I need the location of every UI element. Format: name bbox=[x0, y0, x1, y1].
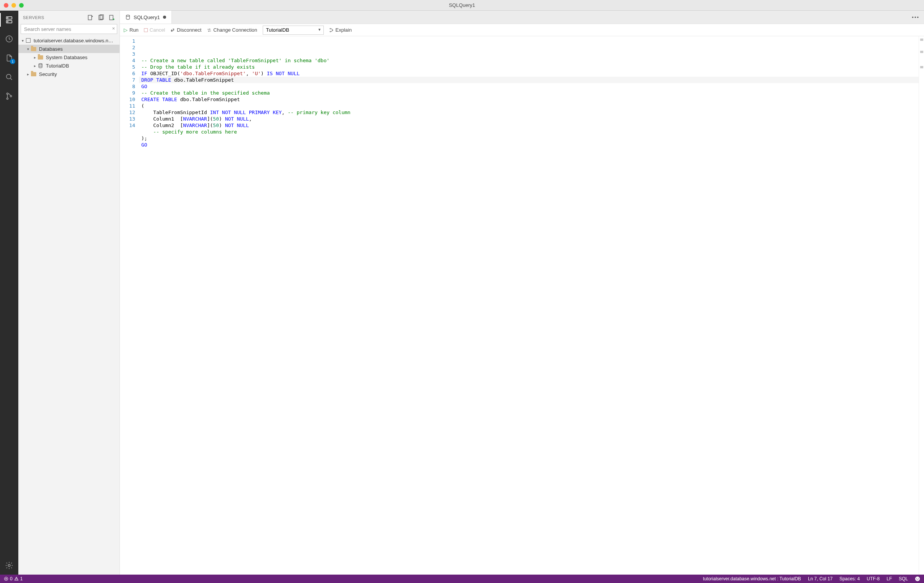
show-active-connections-icon[interactable] bbox=[109, 15, 115, 21]
disconnect-button[interactable]: Disconnect bbox=[170, 27, 201, 33]
disconnect-icon bbox=[170, 28, 175, 33]
play-icon: ▷ bbox=[124, 27, 127, 33]
status-feedback-icon[interactable] bbox=[915, 576, 920, 581]
change-connection-label: Change Connection bbox=[213, 27, 257, 33]
chevron-right-icon: ▸ bbox=[32, 55, 38, 59]
cancel-button: Cancel bbox=[144, 27, 165, 33]
change-connection-icon bbox=[207, 28, 211, 33]
tree-tutorialdb-label: TutorialDB bbox=[46, 63, 69, 69]
tree-server-node[interactable]: ▾ tutorialserver.database.windows.n… bbox=[18, 36, 119, 44]
svg-point-9 bbox=[8, 564, 10, 567]
run-button[interactable]: ▷ Run bbox=[124, 27, 139, 33]
chevron-down-icon: ▾ bbox=[20, 38, 25, 43]
status-encoding[interactable]: UTF-8 bbox=[867, 576, 880, 581]
svg-point-22 bbox=[916, 578, 917, 579]
close-window-button[interactable] bbox=[4, 3, 8, 8]
stop-icon bbox=[144, 28, 148, 32]
cancel-label: Cancel bbox=[150, 27, 165, 33]
svg-point-5 bbox=[7, 74, 11, 79]
new-connection-icon[interactable] bbox=[87, 15, 94, 21]
overview-ruler[interactable] bbox=[919, 36, 924, 575]
servers-sidebar: Servers × ▾ tutorialserver.database.wind… bbox=[18, 11, 120, 575]
tree-system-databases-node[interactable]: ▸ System Databases bbox=[18, 53, 119, 61]
folder-icon bbox=[38, 54, 43, 60]
change-connection-button[interactable]: Change Connection bbox=[207, 27, 257, 33]
chevron-down-icon: ▾ bbox=[25, 47, 31, 51]
svg-rect-10 bbox=[88, 15, 92, 20]
clear-search-icon[interactable]: × bbox=[112, 26, 115, 31]
svg-point-21 bbox=[915, 576, 920, 581]
explain-icon bbox=[329, 28, 334, 33]
unsaved-indicator-icon bbox=[163, 16, 166, 19]
svg-rect-13 bbox=[110, 15, 113, 20]
svg-point-8 bbox=[10, 96, 12, 97]
tab-sqlquery1[interactable]: SQLQuery1 bbox=[120, 11, 172, 24]
tree-security-label: Security bbox=[39, 71, 57, 77]
svg-point-15 bbox=[39, 63, 42, 65]
disconnect-label: Disconnect bbox=[177, 27, 201, 33]
status-connection[interactable]: tutorialserver.database.windows.net : Tu… bbox=[703, 576, 801, 581]
run-label: Run bbox=[129, 27, 139, 33]
activity-search-icon[interactable] bbox=[4, 72, 15, 82]
svg-point-7 bbox=[7, 98, 8, 99]
activity-servers-icon[interactable] bbox=[4, 15, 15, 25]
sidebar-header-label: Servers bbox=[23, 15, 44, 20]
editor-area: SQLQuery1 ••• ▷ Run Cancel Disconnect Ch… bbox=[120, 11, 924, 575]
tab-label: SQLQuery1 bbox=[134, 15, 160, 20]
status-bar: 0 1 tutorialserver.database.windows.net … bbox=[0, 575, 924, 583]
explain-button[interactable]: Explain bbox=[329, 27, 352, 33]
explain-label: Explain bbox=[336, 27, 352, 33]
query-toolbar: ▷ Run Cancel Disconnect Change Connectio… bbox=[120, 24, 924, 36]
svg-point-17 bbox=[330, 28, 330, 29]
server-icon bbox=[25, 37, 31, 43]
code-editor[interactable]: 1234567891011121314 -- Create a new tabl… bbox=[120, 36, 924, 575]
svg-point-3 bbox=[7, 21, 8, 22]
database-select[interactable]: TutorialDB bbox=[263, 26, 324, 35]
tab-overflow-button[interactable]: ••• bbox=[907, 11, 924, 24]
svg-point-14 bbox=[113, 18, 115, 20]
activity-task-history-icon[interactable] bbox=[4, 34, 15, 44]
code-content[interactable]: -- Create a new table called 'TableFromS… bbox=[139, 36, 919, 575]
svg-point-16 bbox=[126, 15, 130, 16]
database-icon bbox=[38, 63, 43, 69]
activity-explorer-icon[interactable]: 1 bbox=[4, 53, 15, 63]
editor-tabs: SQLQuery1 ••• bbox=[120, 11, 924, 24]
activity-bar: 1 bbox=[0, 11, 18, 575]
svg-point-6 bbox=[7, 93, 8, 95]
folder-icon bbox=[31, 71, 37, 77]
status-indentation[interactable]: Spaces: 4 bbox=[840, 576, 860, 581]
tree-databases-label: Databases bbox=[39, 46, 63, 52]
status-language[interactable]: SQL bbox=[899, 576, 908, 581]
svg-point-18 bbox=[330, 31, 330, 32]
status-problems[interactable]: 0 1 bbox=[4, 576, 23, 581]
tree-tutorialdb-node[interactable]: ▸ TutorialDB bbox=[18, 61, 119, 70]
folder-icon bbox=[31, 46, 37, 52]
chevron-right-icon: ▸ bbox=[32, 64, 38, 68]
sidebar-header: Servers bbox=[18, 11, 119, 24]
window-controls bbox=[4, 3, 24, 8]
warning-count: 1 bbox=[20, 576, 23, 581]
activity-source-control-icon[interactable] bbox=[4, 91, 15, 102]
tree-security-node[interactable]: ▸ Security bbox=[18, 70, 119, 78]
server-tree: ▾ tutorialserver.database.windows.n… ▾ D… bbox=[18, 36, 119, 575]
new-server-group-icon[interactable] bbox=[98, 15, 104, 21]
explorer-badge: 1 bbox=[10, 59, 15, 64]
status-eol[interactable]: LF bbox=[886, 576, 892, 581]
search-servers-input[interactable] bbox=[21, 24, 117, 34]
tree-server-label: tutorialserver.database.windows.n… bbox=[34, 38, 114, 43]
maximize-window-button[interactable] bbox=[19, 3, 24, 8]
window-title: SQLQuery1 bbox=[449, 2, 475, 8]
activity-settings-icon[interactable] bbox=[4, 560, 15, 571]
svg-point-2 bbox=[7, 18, 8, 18]
error-count: 0 bbox=[10, 576, 13, 581]
chevron-right-icon: ▸ bbox=[25, 72, 31, 76]
tree-databases-node[interactable]: ▾ Databases bbox=[18, 44, 119, 53]
window-titlebar: SQLQuery1 bbox=[0, 0, 924, 11]
minimize-window-button[interactable] bbox=[12, 3, 16, 8]
database-icon bbox=[125, 15, 130, 20]
warning-icon bbox=[14, 576, 19, 581]
error-icon bbox=[4, 576, 8, 581]
status-cursor-position[interactable]: Ln 7, Col 17 bbox=[808, 576, 833, 581]
line-number-gutter: 1234567891011121314 bbox=[120, 36, 139, 575]
tree-system-databases-label: System Databases bbox=[46, 54, 87, 60]
